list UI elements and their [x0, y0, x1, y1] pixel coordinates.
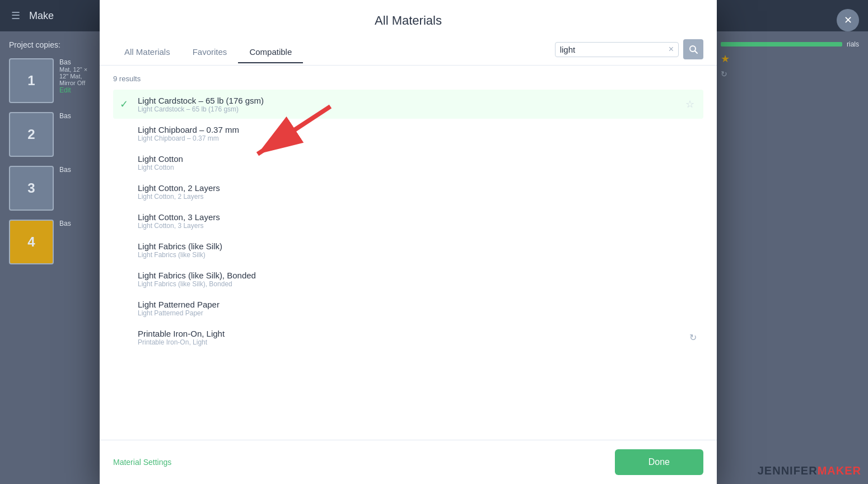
material-item[interactable]: Light Cotton, 2 Layers Light Cotton, 2 L… [113, 177, 703, 206]
material-item[interactable]: Light Cotton Light Cotton [113, 148, 703, 177]
material-sub: Light Cotton, 3 Layers [138, 222, 697, 230]
recycle-icon: ↻ [689, 332, 697, 343]
mat-edit-1[interactable]: Edit [59, 86, 92, 94]
refresh-icon: ↻ [721, 69, 727, 78]
material-name: Light Fabrics (like Silk) [138, 241, 697, 251]
modal-body: 9 results ✓ Light Cardstock – 65 lb (176… [100, 66, 717, 440]
material-sub: Light Chipboard – 0.37 mm [138, 134, 697, 142]
material-text: Light Chipboard – 0.37 mm Light Chipboar… [138, 125, 697, 142]
material-item[interactable]: Light Cotton, 3 Layers Light Cotton, 3 L… [113, 206, 703, 235]
right-panel: rials ★ ↻ [711, 31, 868, 484]
material-name: Light Chipboard – 0.37 mm [138, 125, 697, 134]
list-item: 3 Bas [9, 166, 92, 211]
tabs-row: All Materials Favorites Compatible × [113, 39, 703, 65]
material-sub: Light Cotton [138, 164, 697, 171]
search-button[interactable] [683, 39, 703, 59]
search-clear-button[interactable]: × [669, 45, 674, 54]
check-icon: ✓ [120, 98, 131, 110]
search-input[interactable] [560, 45, 666, 54]
list-item: 4 Bas [9, 220, 92, 264]
material-item[interactable]: Light Fabrics (like Silk), Bonded Light … [113, 264, 703, 294]
mat-thumbnail-4: 4 [9, 220, 54, 264]
material-sub: Light Fabrics (like Silk) [138, 251, 697, 259]
svg-line-1 [695, 51, 697, 53]
materials-modal: All Materials All Materials Favorites Co… [100, 0, 717, 484]
material-text: Printable Iron-On, Light Printable Iron-… [138, 329, 689, 346]
app-title: Make [29, 10, 54, 22]
material-sub: Light Cotton, 2 Layers [138, 193, 697, 201]
favorite-button[interactable]: ☆ [683, 96, 697, 113]
mat-thumbnail-3: 3 [9, 166, 54, 211]
list-item: 1 Bas Mat, 12" × 12" Mat, Mirror Off Edi… [9, 58, 92, 103]
mat-desc-1: Mat, 12" × 12" Mat, Mirror Off [59, 66, 92, 86]
material-text: Light Fabrics (like Silk), Bonded Light … [138, 271, 697, 288]
material-name: Light Fabrics (like Silk), Bonded [138, 271, 697, 280]
modal-tabs: All Materials Favorites Compatible [113, 41, 303, 63]
material-sub: Light Cardstock – 65 lb (176 gsm) [138, 105, 683, 113]
list-item: 2 Bas [9, 112, 92, 157]
mat-name-4: Bas [59, 220, 92, 227]
modal-title: All Materials [113, 13, 703, 28]
watermark: JENNIFERMAKER [758, 464, 861, 477]
material-name: Light Cardstock – 65 lb (176 gsm) [138, 96, 683, 105]
material-sub: Light Patterned Paper [138, 309, 697, 317]
material-sub: Printable Iron-On, Light [138, 338, 689, 346]
material-list: ✓ Light Cardstock – 65 lb (176 gsm) Ligh… [113, 90, 703, 352]
modal-search: × [555, 39, 703, 65]
material-name: Light Cotton, 3 Layers [138, 212, 697, 222]
mat-thumbnail-1: 1 [9, 58, 54, 103]
material-name: Light Cotton [138, 154, 697, 164]
material-name: Light Patterned Paper [138, 300, 697, 309]
material-item[interactable]: Light Chipboard – 0.37 mm Light Chipboar… [113, 119, 703, 148]
mat-name-2: Bas [59, 112, 92, 120]
material-sub: Light Fabrics (like Silk), Bonded [138, 280, 697, 288]
hamburger-icon[interactable]: ☰ [11, 10, 20, 22]
material-item[interactable]: Printable Iron-On, Light Printable Iron-… [113, 323, 703, 352]
mat-name-3: Bas [59, 166, 92, 174]
rials-text: rials [847, 40, 859, 48]
tab-favorites[interactable]: Favorites [181, 41, 239, 63]
watermark-maker: MAKER [818, 464, 861, 477]
mat-thumbnail-2: 2 [9, 112, 54, 157]
material-settings-button[interactable]: Material Settings [113, 458, 171, 467]
material-text: Light Cotton Light Cotton [138, 154, 697, 171]
results-count: 9 results [113, 75, 703, 83]
modal-footer: Material Settings Done [100, 440, 717, 484]
material-item[interactable]: Light Patterned Paper Light Patterned Pa… [113, 294, 703, 323]
modal-header: All Materials All Materials Favorites Co… [100, 0, 717, 66]
material-item[interactable]: Light Fabrics (like Silk) Light Fabrics … [113, 235, 703, 264]
material-name: Light Cotton, 2 Layers [138, 183, 697, 193]
material-text: Light Cotton, 2 Layers Light Cotton, 2 L… [138, 183, 697, 201]
material-text: Light Patterned Paper Light Patterned Pa… [138, 300, 697, 317]
material-text: Light Cardstock – 65 lb (176 gsm) Light … [138, 96, 683, 113]
app-sidebar: Project copies: 1 Bas Mat, 12" × 12" Mat… [0, 31, 101, 484]
close-button[interactable]: ✕ [837, 9, 859, 31]
material-name: Printable Iron-On, Light [138, 329, 689, 338]
tab-compatible[interactable]: Compatible [238, 41, 303, 63]
material-item[interactable]: ✓ Light Cardstock – 65 lb (176 gsm) Ligh… [113, 90, 703, 119]
star-gold-icon: ★ [721, 53, 730, 65]
project-copies-label: Project copies: [9, 40, 92, 49]
material-text: Light Fabrics (like Silk) Light Fabrics … [138, 241, 697, 259]
done-button[interactable]: Done [615, 449, 703, 475]
search-input-wrapper: × [555, 42, 679, 57]
watermark-jennifer: JENNIFER [758, 464, 818, 477]
material-text: Light Cotton, 3 Layers Light Cotton, 3 L… [138, 212, 697, 230]
search-icon [689, 45, 698, 54]
tab-all-materials[interactable]: All Materials [113, 41, 181, 63]
mat-name-1: Bas [59, 58, 92, 66]
